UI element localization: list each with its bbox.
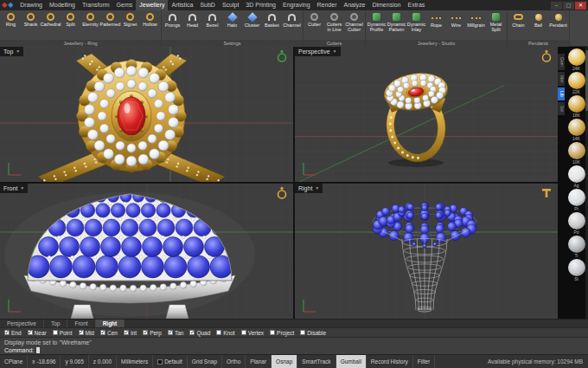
menu-modelling[interactable]: Modelling [46,0,79,10]
toggle-gumball[interactable]: Gumball [336,355,367,368]
material-st[interactable]: St [568,259,585,281]
status-y-coordinate[interactable]: y 9.065 [61,355,88,368]
menu-artistica[interactable]: Artistica [168,0,196,10]
checkbox-mid[interactable] [79,330,84,335]
layer-indicator[interactable]: Default [153,355,188,368]
checkbox-int[interactable] [124,330,129,335]
panel-tab-lib[interactable]: Lib [558,87,565,100]
checkbox-project[interactable] [270,330,275,335]
menu-analyze[interactable]: Analyze [341,0,369,10]
osnap-perp[interactable]: Perp [143,330,162,336]
checkbox-knot[interactable] [216,330,221,335]
hollow-button[interactable]: Hollow [140,11,160,28]
millgrain-button[interactable]: Millgrain [466,11,486,29]
osnap-tan[interactable]: Tan [168,330,183,336]
material-ti[interactable]: Ti [568,236,585,258]
close-button[interactable]: ✕ [575,2,586,10]
material-10k[interactable]: 10K [568,142,585,165]
command-input[interactable]: Command: [4,346,584,354]
channel-button[interactable]: Channel [282,11,302,29]
basket-button[interactable]: Basket [262,11,282,29]
toggle-record-history[interactable]: Record History [367,355,413,368]
checkbox-vertex[interactable] [241,330,246,335]
material-ag[interactable]: Ag [568,165,585,188]
material-24k[interactable]: 24K [568,48,585,71]
osnap-near[interactable]: Near [28,330,47,336]
maximize-button[interactable]: ▢ [563,2,574,10]
material-18k[interactable]: 18K [568,95,585,118]
status-z-coordinate[interactable]: z 0.000 [89,355,117,368]
viewport-front[interactable]: Front ▼ [0,184,293,319]
channel-cutter-button[interactable]: Channel Cutter [344,11,364,33]
bezel-button[interactable]: Bezel [202,11,222,29]
menu-extras[interactable]: Extras [404,0,428,10]
menu-subd[interactable]: SubD [196,0,219,10]
signet-button[interactable]: Signet [120,11,140,28]
checkbox-perp[interactable] [143,330,148,335]
cathedral-button[interactable]: Cathedral [41,11,61,28]
menu-drawing[interactable]: Drawing [16,0,46,10]
toggle-smarttrack[interactable]: SmartTrack [297,355,336,368]
cluster-button[interactable]: Cluster [242,11,262,29]
bail-button[interactable]: Bail [528,11,548,29]
ring-widget-gold-icon[interactable] [540,49,553,63]
ring-widget-green-icon[interactable] [275,49,289,63]
viewport-top-label[interactable]: Top ▼ [0,47,23,56]
viewport-perspective[interactable]: Perspective ▼ [295,47,558,182]
halo-button[interactable]: Halo [222,11,242,29]
osnap-disable[interactable]: Disable [300,330,326,336]
patterned-button[interactable]: Patterned [100,11,120,28]
osnap-point[interactable]: Point [53,330,73,336]
eternity-button[interactable]: Eternity [80,11,100,28]
material-pd[interactable]: Pd [568,212,585,235]
osnap-vertex[interactable]: Vertex [241,330,264,336]
checkbox-cen[interactable] [100,330,105,335]
viewport-tab-top[interactable]: Top [44,320,67,327]
osnap-cen[interactable]: Cen [100,330,118,336]
menu-render[interactable]: Render [314,0,341,10]
viewport-tab-front[interactable]: Front [67,320,95,327]
toggle-ortho[interactable]: Ortho [222,355,246,368]
command-area[interactable]: Display mode set to "Wireframe" Command: [0,337,588,354]
status-units-selector[interactable]: Millimeters [117,355,153,368]
viewport-right-label[interactable]: Right ▼ [295,184,323,193]
viewport-perspective-label[interactable]: Perspective ▼ [295,47,341,56]
dynamic-pattern-button[interactable]: Dynamic Pattern [387,11,406,33]
dynamic-profile-button[interactable]: Dynamic Profile [367,11,387,33]
viewport-right[interactable]: Right ▼ [295,184,558,319]
minimize-button[interactable]: – [551,2,562,10]
menu-jewellery[interactable]: Jewellery [136,0,168,10]
toggle-planar[interactable]: Planar [246,355,272,368]
osnap-knot[interactable]: Knot [216,330,234,336]
material-pt[interactable]: Pt [568,189,585,211]
head-button[interactable]: Head [182,11,202,29]
menu-transform[interactable]: Transform [79,0,113,10]
osnap-quad[interactable]: Quad [189,330,210,336]
rope-button[interactable]: Rope [426,11,446,29]
wire-button[interactable]: Wire [446,11,466,29]
viewport-top[interactable]: Top ▼ [0,47,293,182]
checkbox-end[interactable] [4,330,10,335]
checkbox-near[interactable] [28,330,33,335]
viewport-tab-right[interactable]: Right [96,320,125,327]
prongs-button[interactable]: Prongs [163,11,182,29]
material-14k[interactable]: 14K [568,119,585,141]
panel-tab-gem[interactable]: Gem [558,54,565,70]
chain-button[interactable]: Chain [508,11,528,29]
checkbox-disable[interactable] [300,330,305,335]
ring-widget-gold-icon[interactable] [275,186,289,200]
pendant-button[interactable]: Pendant [548,11,568,29]
osnap-project[interactable]: Project [270,330,294,336]
split-button[interactable]: Split [61,11,80,28]
ring-button[interactable]: Ring [1,11,21,28]
osnap-int[interactable]: Int [124,330,137,336]
toggle-grid-snap[interactable]: Grid Snap [188,355,222,368]
menu-3d-printing[interactable]: 3D Printing [242,0,279,10]
viewport-front-label[interactable]: Front ▼ [0,184,28,193]
cutter-button[interactable]: Cutter [304,11,324,28]
panel-tab-set[interactable]: Set [558,102,565,116]
toggle-osnap[interactable]: Osnap [272,355,297,368]
menu-dimension[interactable]: Dimension [368,0,404,10]
checkbox-point[interactable] [53,330,58,335]
menu-gems[interactable]: Gems [113,0,137,10]
